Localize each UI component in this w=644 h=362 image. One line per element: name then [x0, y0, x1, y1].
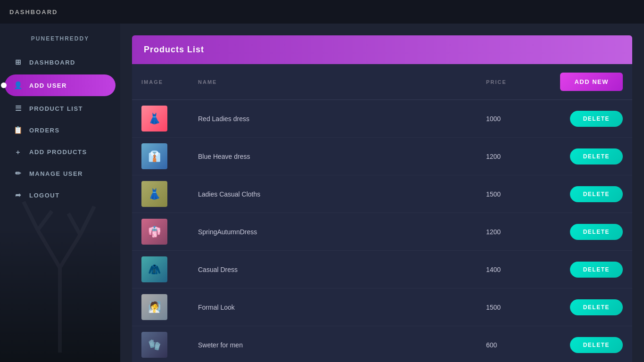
product-name-cell: Blue Heave dress [189, 138, 477, 175]
product-name-cell: Sweter for men [189, 326, 477, 362]
product-price-cell: 1200 [477, 138, 547, 175]
col-header-name: NAME [189, 64, 477, 100]
product-image-icon: 🧥 [141, 256, 167, 282]
delete-button[interactable]: DELETE [570, 337, 623, 353]
product-image-cell: 👗 [132, 100, 189, 138]
product-name-cell: SpringAutumnDress [189, 213, 477, 251]
product-image-icon: 👔 [141, 143, 167, 169]
sidebar-item-logout[interactable]: ➦ LOGOUT [0, 184, 120, 206]
sidebar-item-manage-user[interactable]: ✏ MANAGE USER [0, 163, 120, 184]
sidebar-content: PUNEETHREDDY ⊞ DASHBOARD 👤 ADD USER ☰ PR… [0, 24, 120, 206]
col-header-action: ADD NEW [547, 64, 632, 100]
orders-icon: 📋 [14, 126, 23, 134]
product-action-cell: DELETE [547, 326, 632, 362]
product-price-cell: 1200 [477, 213, 547, 251]
sidebar-label-logout: LOGOUT [29, 192, 60, 199]
product-list-icon: ☰ [14, 104, 23, 113]
sidebar-label-manage-user: MANAGE USER [29, 170, 83, 177]
product-image: 👗 [141, 181, 167, 207]
panel-header: Products List [132, 35, 632, 64]
product-image-cell: 👗 [132, 175, 189, 213]
delete-button[interactable]: DELETE [570, 299, 623, 315]
product-action-cell: DELETE [547, 288, 632, 326]
product-action-cell: DELETE [547, 100, 632, 138]
add-user-icon: 👤 [14, 81, 23, 90]
product-name-cell: Casual Dress [189, 251, 477, 288]
delete-button[interactable]: DELETE [570, 148, 623, 165]
delete-button[interactable]: DELETE [570, 262, 623, 278]
sidebar-label-add-products: ADD PRODUCTS [29, 148, 87, 156]
product-image-cell: 🧖 [132, 288, 189, 326]
sidebar-label-add-user: ADD USER [29, 82, 67, 89]
product-image-icon: 👗 [141, 181, 167, 207]
delete-button[interactable]: DELETE [570, 186, 623, 202]
sidebar-item-add-user[interactable]: 👤 ADD USER [5, 74, 116, 96]
product-image: 👔 [141, 143, 167, 169]
product-action-cell: DELETE [547, 175, 632, 213]
col-header-price: PRICE [477, 64, 547, 100]
col-header-image: IMAGE [132, 64, 189, 100]
manage-user-icon: ✏ [14, 169, 23, 178]
sidebar-label-orders: ORDERS [29, 127, 60, 134]
sidebar-nav: ⊞ DASHBOARD 👤 ADD USER ☰ PRODUCT LIST 📋 … [0, 51, 120, 206]
logout-icon: ➦ [14, 191, 23, 199]
sidebar-label-product-list: PRODUCT LIST [29, 105, 83, 112]
top-bar-title: DASHBOARD [9, 8, 58, 16]
product-name-cell: Red Ladies dress [189, 100, 477, 138]
add-products-icon: + [14, 148, 23, 156]
product-image-icon: 🧖 [141, 294, 167, 320]
top-bar: DASHBOARD [0, 0, 644, 24]
sidebar: PUNEETHREDDY ⊞ DASHBOARD 👤 ADD USER ☰ PR… [0, 24, 120, 362]
sidebar-item-dashboard[interactable]: ⊞ DASHBOARD [0, 51, 120, 73]
product-price-cell: 1000 [477, 100, 547, 138]
product-action-cell: DELETE [547, 251, 632, 288]
table-row: 🧤 Sweter for men 600 DELETE [132, 326, 632, 362]
sidebar-username: PUNEETHREDDY [0, 31, 120, 51]
product-image-icon: 👘 [141, 219, 167, 245]
product-image-icon: 👗 [141, 106, 167, 132]
product-price-cell: 600 [477, 326, 547, 362]
delete-button[interactable]: DELETE [570, 111, 623, 127]
content-area: Products List IMAGE NAME PRICE ADD NEW [120, 24, 644, 362]
dashboard-icon: ⊞ [14, 58, 23, 66]
product-image: 👗 [141, 106, 167, 132]
products-panel: Products List IMAGE NAME PRICE ADD NEW [132, 35, 632, 362]
product-image: 🧖 [141, 294, 167, 320]
product-image-cell: 🧥 [132, 251, 189, 288]
product-image: 👘 [141, 219, 167, 245]
main-layout: PUNEETHREDDY ⊞ DASHBOARD 👤 ADD USER ☰ PR… [0, 24, 644, 362]
product-price-cell: 1500 [477, 175, 547, 213]
table-row: 🧥 Casual Dress 1400 DELETE [132, 251, 632, 288]
product-name-cell: Ladies Casual Cloths [189, 175, 477, 213]
table-row: 👘 SpringAutumnDress 1200 DELETE [132, 213, 632, 251]
product-image-cell: 🧤 [132, 326, 189, 362]
sidebar-item-orders[interactable]: 📋 ORDERS [0, 119, 120, 141]
product-action-cell: DELETE [547, 213, 632, 251]
table-row: 👔 Blue Heave dress 1200 DELETE [132, 138, 632, 175]
product-image: 🧥 [141, 256, 167, 282]
product-price-cell: 1500 [477, 288, 547, 326]
product-image-cell: 👔 [132, 138, 189, 175]
product-action-cell: DELETE [547, 138, 632, 175]
product-name-cell: Formal Look [189, 288, 477, 326]
product-image: 🧤 [141, 332, 167, 358]
delete-button[interactable]: DELETE [570, 224, 623, 240]
product-image-icon: 🧤 [141, 332, 167, 358]
table-row: 🧖 Formal Look 1500 DELETE [132, 288, 632, 326]
product-image-cell: 👘 [132, 213, 189, 251]
product-price-cell: 1400 [477, 251, 547, 288]
table-row: 👗 Red Ladies dress 1000 DELETE [132, 100, 632, 138]
table-header-row: IMAGE NAME PRICE ADD NEW [132, 64, 632, 100]
sidebar-item-add-products[interactable]: + ADD PRODUCTS [0, 141, 120, 163]
add-new-button[interactable]: ADD NEW [560, 73, 623, 91]
sidebar-item-product-list[interactable]: ☰ PRODUCT LIST [0, 98, 120, 119]
products-table: IMAGE NAME PRICE ADD NEW 👗 Red Ladies [132, 64, 632, 362]
table-row: 👗 Ladies Casual Cloths 1500 DELETE [132, 175, 632, 213]
active-dot [1, 82, 7, 88]
panel-title: Products List [144, 45, 204, 54]
sidebar-label-dashboard: DASHBOARD [29, 59, 75, 66]
